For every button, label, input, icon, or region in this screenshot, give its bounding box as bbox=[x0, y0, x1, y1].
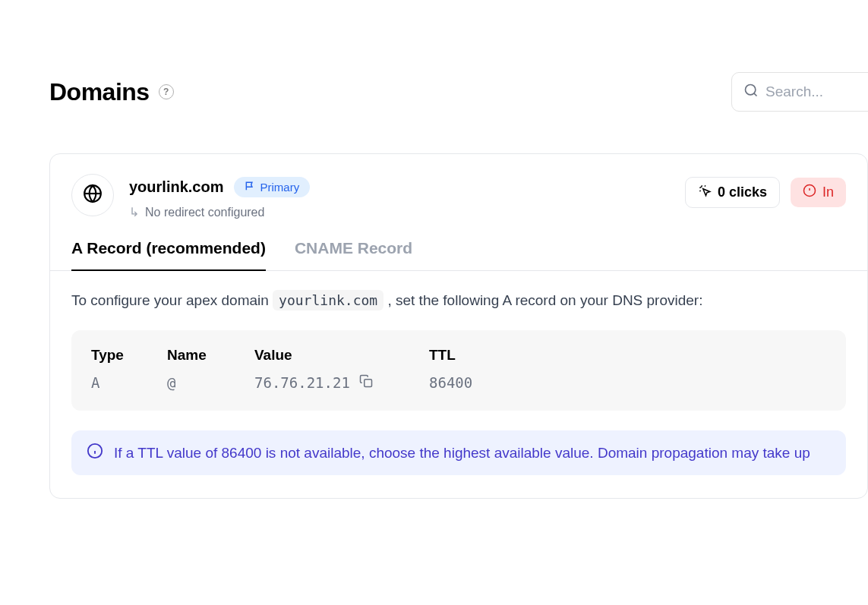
redirect-arrow-icon: ↳ bbox=[129, 205, 139, 219]
dns-cell-ttl: 86400 bbox=[429, 374, 826, 391]
flag-icon bbox=[245, 181, 255, 194]
primary-badge-label: Primary bbox=[260, 181, 299, 194]
dns-cell-name: @ bbox=[167, 374, 254, 391]
dns-table: Type Name Value TTL A @ 76.76.21.21 bbox=[71, 330, 846, 411]
domain-card: yourlink.com Primary ↳ No redir bbox=[49, 153, 868, 499]
copy-icon[interactable] bbox=[359, 374, 373, 391]
search-icon bbox=[743, 83, 759, 101]
redirect-text: No redirect configured bbox=[145, 206, 264, 219]
tab-cname-record[interactable]: CNAME Record bbox=[295, 239, 412, 271]
svg-line-1 bbox=[754, 93, 757, 96]
domain-name: yourlink.com bbox=[129, 178, 223, 196]
instruction-suffix: , set the following A record on your DNS… bbox=[387, 292, 702, 308]
alert-circle-icon bbox=[803, 184, 816, 201]
dns-header-type: Type bbox=[91, 347, 167, 364]
tab-a-record[interactable]: A Record (recommended) bbox=[71, 239, 266, 271]
dns-header-ttl: TTL bbox=[429, 347, 826, 364]
dns-cell-type: A bbox=[91, 374, 167, 391]
globe-icon bbox=[83, 184, 103, 206]
info-banner: If a TTL value of 86400 is not available… bbox=[71, 430, 846, 475]
instruction-prefix: To configure your apex domain bbox=[71, 292, 273, 308]
tabs: A Record (recommended) CNAME Record bbox=[50, 219, 867, 271]
status-label: In bbox=[822, 184, 834, 200]
clicks-label: 0 clicks bbox=[718, 184, 767, 200]
globe-icon-wrap bbox=[71, 174, 114, 216]
status-badge: In bbox=[791, 178, 846, 207]
page-title: Domains bbox=[49, 78, 150, 106]
dns-cell-value: 76.76.21.21 bbox=[254, 374, 350, 391]
dns-header-value: Value bbox=[254, 347, 429, 364]
instruction-text: To configure your apex domain yourlink.c… bbox=[71, 292, 846, 309]
cursor-click-icon bbox=[698, 184, 712, 201]
svg-rect-7 bbox=[365, 380, 372, 387]
help-icon[interactable]: ? bbox=[159, 84, 174, 99]
clicks-badge[interactable]: 0 clicks bbox=[685, 177, 780, 208]
instruction-domain-code: yourlink.com bbox=[273, 290, 383, 310]
dns-header-name: Name bbox=[167, 347, 254, 364]
primary-badge: Primary bbox=[234, 177, 310, 197]
svg-point-0 bbox=[746, 85, 756, 95]
info-banner-text: If a TTL value of 86400 is not available… bbox=[114, 445, 810, 462]
info-icon bbox=[87, 443, 103, 463]
